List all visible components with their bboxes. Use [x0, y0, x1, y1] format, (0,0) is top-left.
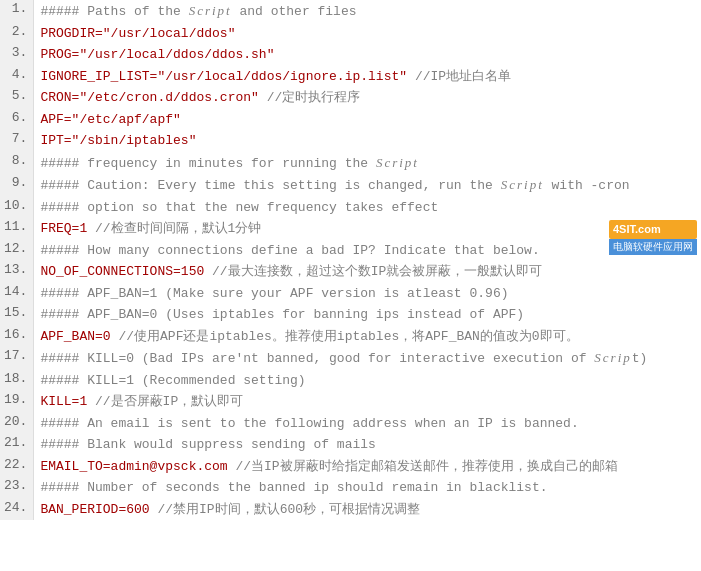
line-content: ##### frequency in minutes for running t…: [34, 152, 701, 175]
line-number: 17.: [0, 347, 34, 370]
line-content: IGNORE_IP_LIST="/usr/local/ddos/ignore.i…: [34, 66, 701, 88]
line-content: ##### APF_BAN=0 (Uses iptables for banni…: [34, 304, 701, 326]
line-number: 2.: [0, 23, 34, 45]
watermark: 4SIT.com 电脑软硬件应用网: [609, 220, 697, 255]
table-row: 6.APF="/etc/apf/apf": [0, 109, 701, 131]
table-row: 9.##### Caution: Every time this setting…: [0, 174, 701, 197]
line-content: CRON="/etc/cron.d/ddos.cron" //定时执行程序: [34, 87, 701, 109]
line-number: 10.: [0, 197, 34, 219]
line-number: 7.: [0, 130, 34, 152]
line-content: PROGDIR="/usr/local/ddos": [34, 23, 701, 45]
line-number: 14.: [0, 283, 34, 305]
table-row: 2.PROGDIR="/usr/local/ddos": [0, 23, 701, 45]
line-content: FREQ=1 //检查时间间隔，默认1分钟: [34, 218, 701, 240]
code-table: 1.##### Paths of the Script and other fi…: [0, 0, 701, 520]
table-row: 13.NO_OF_CONNECTIONS=150 //最大连接数，超过这个数IP…: [0, 261, 701, 283]
line-number: 8.: [0, 152, 34, 175]
line-number: 20.: [0, 413, 34, 435]
line-content: ##### Caution: Every time this setting i…: [34, 174, 701, 197]
table-row: 22.EMAIL_TO=admin@vpsck.com //当IP被屏蔽时给指定…: [0, 456, 701, 478]
table-row: 16.APF_BAN=0 //使用APF还是iptables。推荐使用iptab…: [0, 326, 701, 348]
table-row: 20.##### An email is sent to the followi…: [0, 413, 701, 435]
line-number: 6.: [0, 109, 34, 131]
line-content: NO_OF_CONNECTIONS=150 //最大连接数，超过这个数IP就会被…: [34, 261, 701, 283]
line-content: IPT="/sbin/iptables": [34, 130, 701, 152]
line-content: PROG="/usr/local/ddos/ddos.sh": [34, 44, 701, 66]
line-number: 11.: [0, 218, 34, 240]
code-viewer: 1.##### Paths of the Script and other fi…: [0, 0, 701, 520]
table-row: 12.##### How many connections define a b…: [0, 240, 701, 262]
line-content: KILL=1 //是否屏蔽IP，默认即可: [34, 391, 701, 413]
table-row: 21.##### Blank would suppress sending of…: [0, 434, 701, 456]
line-content: ##### An email is sent to the following …: [34, 413, 701, 435]
table-row: 1.##### Paths of the Script and other fi…: [0, 0, 701, 23]
line-content: APF_BAN=0 //使用APF还是iptables。推荐使用iptables…: [34, 326, 701, 348]
line-content: ##### option so that the new frequency t…: [34, 197, 701, 219]
table-row: 14.##### APF_BAN=1 (Make sure your APF v…: [0, 283, 701, 305]
line-number: 21.: [0, 434, 34, 456]
line-number: 16.: [0, 326, 34, 348]
line-number: 9.: [0, 174, 34, 197]
table-row: 19.KILL=1 //是否屏蔽IP，默认即可: [0, 391, 701, 413]
line-number: 5.: [0, 87, 34, 109]
line-content: ##### APF_BAN=1 (Make sure your APF vers…: [34, 283, 701, 305]
line-number: 12.: [0, 240, 34, 262]
line-number: 18.: [0, 370, 34, 392]
table-row: 3.PROG="/usr/local/ddos/ddos.sh": [0, 44, 701, 66]
table-row: 10.##### option so that the new frequenc…: [0, 197, 701, 219]
watermark-desc: 电脑软硬件应用网: [609, 239, 697, 255]
table-row: 5.CRON="/etc/cron.d/ddos.cron" //定时执行程序: [0, 87, 701, 109]
table-row: 7.IPT="/sbin/iptables": [0, 130, 701, 152]
table-row: 15.##### APF_BAN=0 (Uses iptables for ba…: [0, 304, 701, 326]
line-content: BAN_PERIOD=600 //禁用IP时间，默认600秒，可根据情况调整: [34, 499, 701, 521]
table-row: 18.##### KILL=1 (Recommended setting): [0, 370, 701, 392]
line-number: 1.: [0, 0, 34, 23]
line-content: EMAIL_TO=admin@vpsck.com //当IP被屏蔽时给指定邮箱发…: [34, 456, 701, 478]
line-content: ##### Paths of the Script and other file…: [34, 0, 701, 23]
line-content: ##### Number of seconds the banned ip sh…: [34, 477, 701, 499]
line-number: 19.: [0, 391, 34, 413]
watermark-site: 4SIT.com: [609, 220, 697, 239]
table-row: 11.FREQ=1 //检查时间间隔，默认1分钟: [0, 218, 701, 240]
line-content: APF="/etc/apf/apf": [34, 109, 701, 131]
table-row: 17.##### KILL=0 (Bad IPs are'nt banned, …: [0, 347, 701, 370]
table-row: 8.##### frequency in minutes for running…: [0, 152, 701, 175]
line-content: ##### How many connections define a bad …: [34, 240, 701, 262]
line-number: 15.: [0, 304, 34, 326]
table-row: 4.IGNORE_IP_LIST="/usr/local/ddos/ignore…: [0, 66, 701, 88]
line-content: ##### KILL=1 (Recommended setting): [34, 370, 701, 392]
line-number: 23.: [0, 477, 34, 499]
line-number: 22.: [0, 456, 34, 478]
line-content: ##### KILL=0 (Bad IPs are'nt banned, goo…: [34, 347, 701, 370]
line-number: 24.: [0, 499, 34, 521]
table-row: 24.BAN_PERIOD=600 //禁用IP时间，默认600秒，可根据情况调…: [0, 499, 701, 521]
line-number: 3.: [0, 44, 34, 66]
line-content: ##### Blank would suppress sending of ma…: [34, 434, 701, 456]
line-number: 13.: [0, 261, 34, 283]
table-row: 23.##### Number of seconds the banned ip…: [0, 477, 701, 499]
line-number: 4.: [0, 66, 34, 88]
